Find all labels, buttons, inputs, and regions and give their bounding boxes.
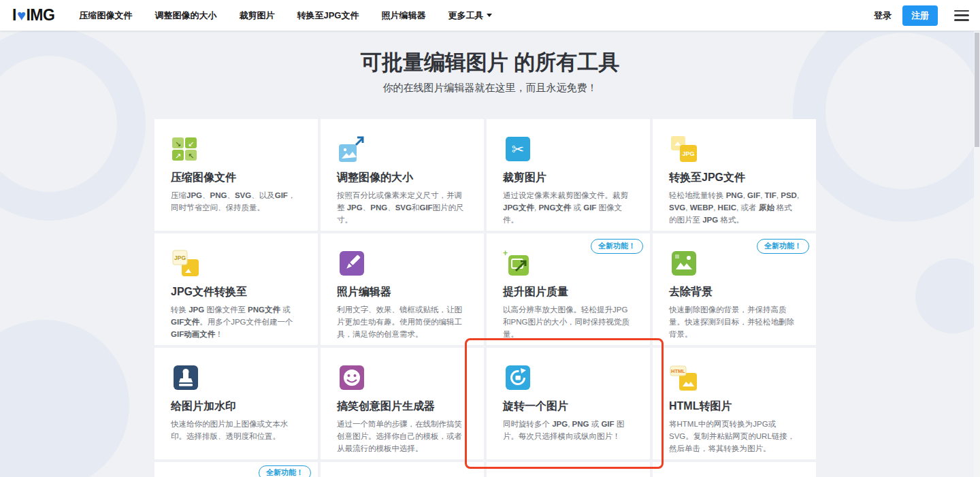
logo-text-left: I xyxy=(12,6,16,24)
resize-image-icon xyxy=(337,134,367,164)
svg-text:↙: ↙ xyxy=(188,139,194,148)
chevron-down-icon xyxy=(487,14,492,17)
tool-card-title: 给图片加水印 xyxy=(171,399,301,414)
site-logo[interactable]: I ♥ IMG xyxy=(12,6,54,24)
hero-section: 可批量编辑图片 的所有工具 你的在线图片编辑器就在这里，而且永远免费！ xyxy=(0,31,980,95)
nav-item-compress-image[interactable]: 压缩图像文件 xyxy=(79,10,132,22)
nav-item-label: 更多工具 xyxy=(448,10,483,22)
svg-text:↗: ↗ xyxy=(175,152,181,160)
tool-card[interactable]: 全新功能！ 去除背景 快速删除图像的背景，并保持高质量。快速探测到目标，并轻松地… xyxy=(653,233,816,345)
scrollbar-thumb[interactable] xyxy=(975,33,979,147)
tool-card-description: 快速删除图像的背景，并保持高质量。快速探测到目标，并轻松地删除背景。 xyxy=(669,304,800,340)
new-feature-badge: 全新功能！ xyxy=(591,239,643,254)
rotate-image-icon xyxy=(503,363,533,393)
page-subtitle: 你的在线图片编辑器就在这里，而且永远免费！ xyxy=(0,80,980,95)
nav-item-label: 裁剪图片 xyxy=(239,10,274,22)
tool-card-description: 同时旋转多个 JPG, PNG 或 GIF 图片。每次只选择横向或纵向图片！ xyxy=(503,418,634,443)
signup-button[interactable]: 注册 xyxy=(902,5,938,26)
nav-item-convert-to-jpg[interactable]: 转换至JPG文件 xyxy=(297,10,359,22)
tool-card[interactable] xyxy=(653,462,816,477)
svg-text:+: + xyxy=(503,248,508,258)
convert-to-jpg-icon: JPG xyxy=(669,134,699,164)
tools-grid: ↘ ↙ ↗ ↖ 压缩图像文件 压缩JPG、PNG、SVG、以及GIF，同时节省空… xyxy=(154,119,816,477)
tool-card-description: 通过一个简单的步骤，在线制作搞笑创意图片。选择你自己的模板，或者从最流行的模板中… xyxy=(337,418,468,455)
tool-card[interactable] xyxy=(487,462,650,477)
nav-item-label: 调整图像的大小 xyxy=(154,10,216,22)
tool-card-title: 压缩图像文件 xyxy=(171,171,301,185)
compress-image-icon: ↘ ↙ ↗ ↖ xyxy=(171,134,201,164)
tool-card-description: 通过设定像素来裁剪图像文件。裁剪 JPG文件, PNG文件 或 GIF 图像文件… xyxy=(503,190,634,226)
tool-card-title: 调整图像的大小 xyxy=(337,171,468,185)
tool-card-title: HTML转图片 xyxy=(669,399,800,414)
tool-card-title: 转换至JPG文件 xyxy=(669,171,800,185)
tool-card-title: 旋转一个图片 xyxy=(503,399,634,414)
decorative-circle xyxy=(915,259,980,333)
tool-card[interactable]: JPG 转换至JPG文件 轻松地批量转换 PNG, GIF, TIF, PSD,… xyxy=(653,119,816,231)
tool-card-title: 提升图片质量 xyxy=(503,285,634,299)
svg-text:↘: ↘ xyxy=(175,139,181,148)
tool-card[interactable]: ↘ ↙ ↗ ↖ 压缩图像文件 压缩JPG、PNG、SVG、以及GIF，同时节省空… xyxy=(154,119,318,231)
page-title: 可批量编辑图片 的所有工具 xyxy=(0,49,980,76)
tool-card-title: 裁剪图片 xyxy=(503,171,634,185)
logo-text-right: IMG xyxy=(26,6,54,24)
photo-editor-icon xyxy=(337,248,367,278)
svg-text:✂: ✂ xyxy=(512,141,524,158)
crop-image-icon: ✂ xyxy=(503,134,533,164)
html-to-image-icon: HTML xyxy=(669,363,699,393)
page: I ♥ IMG 压缩图像文件调整图像的大小裁剪图片转换至JPG文件照片编辑器更多… xyxy=(0,0,980,477)
tool-card-description: 轻松地批量转换 PNG, GIF, TIF, PSD, SVG, WEBP, H… xyxy=(669,190,800,226)
nav-item-more-tools[interactable]: 更多工具 xyxy=(448,10,492,22)
tool-card[interactable]: ✂ 裁剪图片 通过设定像素来裁剪图像文件。裁剪 JPG文件, PNG文件 或 G… xyxy=(487,119,650,231)
tool-card-description: 快速给你的图片加上图像或文本水印。选择排版、透明度和位置。 xyxy=(171,418,301,443)
scrollbar-track[interactable] xyxy=(974,31,980,477)
tool-card-description: 以高分辨率放大图像。轻松提升JPG和PNG图片的大小，同时保持视觉质量。 xyxy=(503,304,634,340)
tool-card[interactable]: 全新功能！ xyxy=(154,462,318,477)
convert-from-jpg-icon: JPG xyxy=(171,248,201,278)
hamburger-menu-icon[interactable] xyxy=(954,10,969,21)
tool-card[interactable]: 给图片加水印 快速给你的图片加上图像或文本水印。选择排版、透明度和位置。 xyxy=(154,348,318,459)
nav-item-photo-editor[interactable]: 照片编辑器 xyxy=(381,10,425,22)
navbar: I ♥ IMG 压缩图像文件调整图像的大小裁剪图片转换至JPG文件照片编辑器更多… xyxy=(0,0,980,31)
tool-card[interactable]: JPG JPG文件转换至 转换 JPG 图像文件至 PNG文件 或 GIF文件。… xyxy=(154,233,318,345)
nav-item-label: 照片编辑器 xyxy=(381,10,425,22)
meme-generator-icon xyxy=(337,363,367,393)
nav-right: 登录 注册 xyxy=(874,5,969,26)
tool-card[interactable]: 搞笑创意图片生成器 通过一个简单的步骤，在线制作搞笑创意图片。选择你自己的模板，… xyxy=(321,348,484,459)
upscale-image-icon: + xyxy=(503,248,533,278)
tool-card-description: 将HTML中的网页转换为JPG或SVG。复制并粘贴网页的URL链接，然后单击，将… xyxy=(669,418,800,455)
tool-card[interactable]: HTML HTML转图片 将HTML中的网页转换为JPG或SVG。复制并粘贴网页… xyxy=(653,348,816,459)
tool-card-title: 照片编辑器 xyxy=(337,285,468,299)
tool-card-description: 压缩JPG、PNG、SVG、以及GIF，同时节省空间、保持质量。 xyxy=(171,190,301,214)
tool-card-title: 搞笑创意图片生成器 xyxy=(337,399,468,414)
nav-item-label: 转换至JPG文件 xyxy=(297,10,359,22)
nav-item-label: 压缩图像文件 xyxy=(79,10,132,22)
tool-card-title: 去除背景 xyxy=(669,285,800,299)
nav-item-resize-image[interactable]: 调整图像的大小 xyxy=(154,10,216,22)
heart-icon: ♥ xyxy=(17,7,26,24)
tool-card-title: JPG文件转换至 xyxy=(171,285,301,299)
tool-card[interactable]: 调整图像的大小 按照百分比或像素来定义尺寸，并调整 JPG、PNG、SVG和GI… xyxy=(321,119,484,231)
svg-text:JPG: JPG xyxy=(174,254,186,261)
nav-menu: 压缩图像文件调整图像的大小裁剪图片转换至JPG文件照片编辑器更多工具 xyxy=(79,10,492,22)
tool-card[interactable]: 旋转一个图片 同时旋转多个 JPG, PNG 或 GIF 图片。每次只选择横向或… xyxy=(487,348,650,459)
nav-item-crop-image[interactable]: 裁剪图片 xyxy=(239,10,274,22)
login-link[interactable]: 登录 xyxy=(874,10,892,22)
new-feature-badge: 全新功能！ xyxy=(757,239,809,254)
new-feature-badge: 全新功能！ xyxy=(259,465,311,477)
svg-text:↖: ↖ xyxy=(188,152,194,160)
remove-background-icon xyxy=(669,248,699,278)
svg-text:JPG: JPG xyxy=(682,150,694,157)
svg-text:HTML: HTML xyxy=(671,368,685,374)
tool-card[interactable] xyxy=(321,462,484,477)
tool-card-description: 按照百分比或像素来定义尺寸，并调整 JPG、PNG、SVG和GIF图片的尺寸。 xyxy=(337,190,468,226)
watermark-icon xyxy=(171,363,201,393)
tool-card[interactable]: 照片编辑器 利用文字、效果、镜框或贴纸，让图片更加生动有趣。使用简便的编辑工具，… xyxy=(321,233,484,345)
tool-card-description: 转换 JPG 图像文件至 PNG文件 或 GIF文件。用多个JPG文件创建一个 … xyxy=(171,304,301,340)
decorative-circle xyxy=(0,320,129,477)
tool-card[interactable]: 全新功能！ + 提升图片质量 以高分辨率放大图像。轻松提升JPG和PNG图片的大… xyxy=(487,233,650,345)
tool-card-description: 利用文字、效果、镜框或贴纸，让图片更加生动有趣。使用简便的编辑工具，满足你的创意… xyxy=(337,304,468,340)
